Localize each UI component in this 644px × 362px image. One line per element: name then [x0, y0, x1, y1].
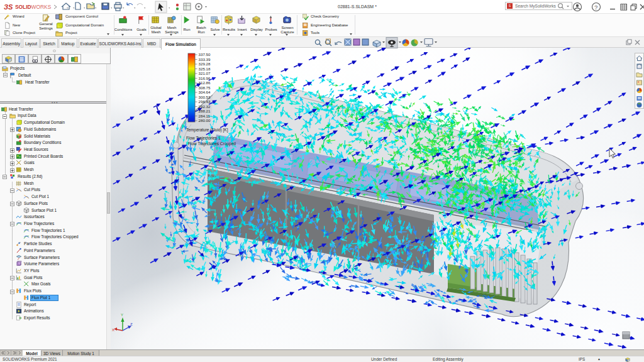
svg-text:Z: Z	[130, 322, 133, 326]
svg-text:329.28: 329.28	[199, 62, 211, 66]
svg-text:296.43: 296.43	[199, 99, 211, 104]
svg-text:308.75: 308.75	[199, 85, 211, 90]
svg-text:337.50: 337.50	[199, 52, 211, 57]
svg-text:X: X	[112, 328, 114, 332]
svg-text:Flow Trajectories 1: Flow Trajectories 1	[186, 136, 221, 141]
svg-text:SOLIDWORKS: SOLIDWORKS	[15, 4, 52, 10]
svg-text:280.00: 280.00	[199, 118, 211, 123]
svg-text:321.07: 321.07	[199, 71, 211, 75]
svg-text:333.39: 333.39	[199, 57, 211, 62]
svg-text:288.21: 288.21	[199, 109, 211, 113]
svg-text:Y: Y	[121, 313, 123, 317]
svg-text:Temperature (Fluid) [K]: Temperature (Fluid) [K]	[186, 128, 228, 133]
svg-text:300.53: 300.53	[199, 95, 211, 99]
svg-text:325.18: 325.18	[199, 67, 211, 71]
svg-text:316.96: 316.96	[199, 76, 211, 80]
svg-text:ЗS: ЗS	[4, 3, 13, 11]
svg-text:?: ?	[594, 4, 597, 11]
svg-text:Flow Trajectories Cropped: Flow Trajectories Cropped	[188, 141, 236, 146]
svg-text:284.11: 284.11	[199, 114, 211, 118]
svg-text:312.86: 312.86	[199, 80, 211, 85]
svg-text:304.64: 304.64	[199, 90, 211, 94]
svg-text:292.32: 292.32	[199, 104, 211, 109]
